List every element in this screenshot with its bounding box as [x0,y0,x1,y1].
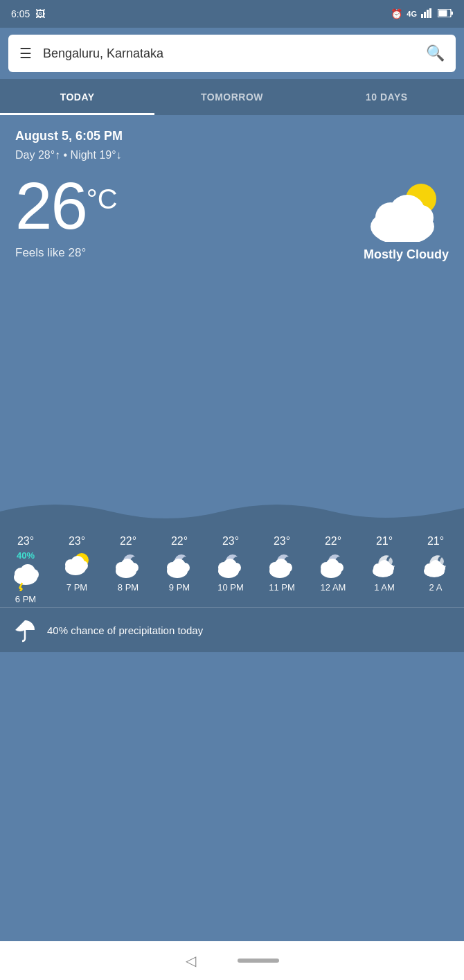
hour-label: 10 PM [217,582,244,593]
hourly-item: 23° 10 PM [205,532,256,607]
svg-point-43 [334,563,343,572]
svg-point-35 [231,563,241,572]
svg-rect-1 [424,12,426,18]
hourly-section: 23°40% 6 PM23° 7 PM22° 8 PM22° [0,498,464,652]
tabs-bar: TODAY TOMORROW 10 DAYS [0,79,464,115]
svg-point-11 [409,205,434,230]
temperature-section: 26 °C Feels like 28° [15,173,118,260]
hourly-temp: 21° [427,535,444,548]
search-bar[interactable]: ☰ Bengaluru, Karnataka 🔍 [8,35,456,72]
hour-weather-icon [114,550,143,579]
hour-weather-icon [370,550,399,579]
search-icon[interactable]: 🔍 [426,44,445,62]
date-time-display: August 5, 6:05 PM [15,129,449,143]
feels-like: Feels like 28° [15,246,118,260]
mostly-cloudy-icon [364,180,447,242]
temp-unit: °C [87,184,118,215]
hourly-item: 23° 7 PM [51,532,102,607]
hourly-temp: 22° [120,535,136,548]
wave-decoration [0,498,464,525]
battery-icon [438,8,453,19]
hour-label: 2 A [429,582,443,593]
hourly-item: 21° 1 AM [359,532,410,607]
hourly-temp: 22° [325,535,341,548]
hourly-item: 22° 12 AM [307,532,359,607]
hour-label: 9 PM [169,582,190,593]
svg-point-31 [180,563,190,572]
hour-weather-icon [421,550,450,579]
svg-rect-2 [427,10,429,18]
hourly-item: 22° 8 PM [102,532,154,607]
hourly-item: 23° 11 PM [256,532,307,607]
tab-tomorrow[interactable]: TOMORROW [154,79,309,115]
main-weather-section: August 5, 6:05 PM Day 28°↑ • Night 19°↓ … [0,115,464,262]
svg-point-39 [283,563,292,572]
svg-point-23 [78,561,88,570]
precip-notice-text: 40% chance of precipitation today [47,624,203,636]
hour-label: 1 AM [374,582,395,593]
tab-today[interactable]: TODAY [0,79,154,115]
weather-main-row: 26 °C Feels like 28° Mostly Cloudy [15,173,449,262]
hourly-temp: 23° [69,535,85,548]
hour-weather-icon [62,550,91,579]
hourly-temp: 23° [222,535,239,548]
hour-label: 11 PM [269,582,295,593]
hourly-temps-row[interactable]: 23°40% 6 PM23° 7 PM22° 8 PM22° [0,525,464,607]
status-left: 6:05 🖼 [11,8,45,19]
location-input[interactable]: Bengaluru, Karnataka [43,46,415,61]
hour-weather-icon [165,550,194,579]
back-icon[interactable]: ◁ [186,952,196,969]
hour-weather-icon [11,562,40,591]
svg-point-15 [28,569,39,580]
status-right: ⏰ 4G [391,8,453,20]
hourly-temp: 23° [274,535,290,548]
hour-label: 6 PM [15,594,36,604]
hour-label: 12 AM [321,582,346,593]
hourly-item: 21° 2 A [410,532,461,607]
day-night-temps: Day 28°↑ • Night 19°↓ [15,149,449,161]
svg-point-51 [437,564,445,572]
status-bar: 6:05 🖼 ⏰ 4G [0,0,464,28]
hour-label: 8 PM [118,582,139,593]
current-temperature: 26 [15,173,87,239]
hourly-item: 22° 9 PM [154,532,205,607]
svg-rect-6 [439,10,447,17]
weather-icon-section: Mostly Cloudy [364,173,449,262]
hour-weather-icon [319,550,348,579]
hour-weather-icon [216,550,245,579]
home-indicator[interactable] [238,959,279,963]
umbrella-icon [12,618,37,642]
hourly-item: 23°40% 6 PM [0,532,51,607]
hour-weather-icon [267,550,296,579]
svg-rect-5 [452,12,454,15]
hour-label: 7 PM [66,582,87,593]
svg-point-47 [386,564,394,572]
alarm-icon: ⏰ [391,8,402,19]
tab-10days[interactable]: 10 DAYS [310,79,464,115]
weather-condition: Mostly Cloudy [364,247,449,262]
image-icon: 🖼 [35,8,45,19]
hourly-temp: 21° [376,535,393,548]
hourly-temp: 23° [17,535,34,548]
nav-bar: ◁ [0,941,464,980]
precip-percent: 40% [17,550,35,561]
hamburger-icon[interactable]: ☰ [19,45,32,62]
svg-point-27 [129,563,139,572]
svg-rect-3 [429,8,431,18]
signal-4g-icon: 4G [407,10,417,18]
precip-notice: 40% chance of precipitation today [0,607,464,652]
signal-bars-icon [421,8,434,20]
time-display: 6:05 [11,8,30,19]
hourly-temp: 22° [171,535,188,548]
svg-rect-0 [421,14,423,18]
